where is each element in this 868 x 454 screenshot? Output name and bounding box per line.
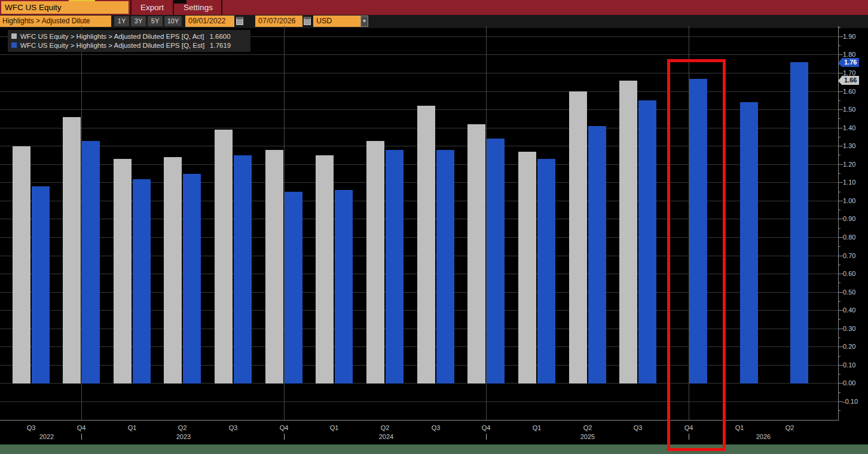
y-axis-label: 1.30 bbox=[843, 142, 868, 149]
y-axis-tick bbox=[838, 292, 843, 293]
y-axis-tick bbox=[838, 310, 843, 311]
status-bar bbox=[0, 444, 868, 454]
x-axis-quarter-label: Q2 bbox=[777, 424, 803, 431]
bar-estimate-q2-2024 bbox=[386, 150, 404, 384]
x-axis-year-label: 2022 bbox=[29, 433, 65, 440]
bar-estimate-q4-2023 bbox=[285, 192, 302, 384]
terminal-window: WFC US Equity Export Settings Highlights… bbox=[0, 0, 868, 454]
y-axis-minor-tick bbox=[838, 45, 841, 46]
bar-actual-q2-2025 bbox=[569, 91, 587, 384]
y-axis-tick bbox=[838, 237, 843, 238]
badge-value: 1.76 bbox=[842, 58, 859, 67]
bar-actual-q1-2024 bbox=[316, 155, 334, 384]
y-axis-label: 1.00 bbox=[843, 197, 868, 204]
y-axis-tick bbox=[838, 201, 843, 201]
y-axis-tick bbox=[838, 109, 843, 110]
x-axis-quarter-label: Q1 bbox=[119, 424, 145, 431]
bar-actual-q4-2022 bbox=[63, 117, 81, 384]
bar-actual-q4-2024 bbox=[467, 124, 485, 384]
legend-item-estimate: WFC US Equity > Highlights > Adjusted Di… bbox=[11, 41, 247, 50]
y-axis-tick bbox=[838, 164, 843, 165]
y-axis-label: 0.90 bbox=[843, 215, 868, 222]
bar-actual-q3-2023 bbox=[215, 130, 233, 384]
y-axis-minor-tick bbox=[838, 192, 841, 192]
x-axis-quarter-label: Q1 bbox=[321, 424, 347, 431]
bar-estimate-q3-2022 bbox=[32, 186, 50, 384]
bar-estimate-q4-2022 bbox=[82, 141, 100, 384]
x-axis-quarter-label: Q3 bbox=[423, 424, 449, 431]
y-axis-label: 1.80 bbox=[843, 51, 868, 58]
bar-estimate-q2-2026 bbox=[790, 62, 808, 384]
y-axis-label: 0.70 bbox=[843, 252, 868, 259]
legend-label: WFC US Equity > Highlights > Adjusted Di… bbox=[20, 42, 204, 49]
axis-value-badge: 1.76 bbox=[838, 58, 859, 67]
bar-actual-q3-2025 bbox=[619, 81, 637, 384]
bar-actual-q4-2023 bbox=[265, 150, 283, 384]
gridline-horizontal bbox=[0, 54, 838, 55]
y-axis-label: 0.50 bbox=[843, 289, 868, 296]
y-axis-label: 0.20 bbox=[843, 343, 868, 350]
bar-actual-q1-2025 bbox=[518, 152, 536, 384]
y-axis-tick bbox=[838, 365, 843, 366]
y-axis-label: 0.00 bbox=[843, 379, 868, 386]
x-axis-quarter-label: Q2 bbox=[372, 424, 398, 431]
y-axis-minor-tick bbox=[838, 246, 841, 247]
bar-estimate-q1-2023 bbox=[133, 179, 151, 384]
y-axis-label: 0.40 bbox=[843, 306, 868, 314]
y-axis-label: 1.40 bbox=[843, 124, 868, 131]
y-axis-label: 0.80 bbox=[843, 234, 868, 241]
y-axis-minor-tick bbox=[838, 283, 841, 283]
legend-value: 1.6600 bbox=[209, 33, 230, 40]
bar-estimate-q4-2024 bbox=[487, 139, 505, 383]
y-axis-tick bbox=[838, 128, 843, 128]
x-axis-quarter-label: Q3 bbox=[18, 424, 44, 431]
x-axis-year-label: 2023 bbox=[166, 433, 201, 440]
y-axis-label: -0.10 bbox=[843, 398, 868, 405]
y-axis-minor-tick bbox=[838, 319, 841, 320]
y-axis-tick bbox=[838, 219, 843, 219]
y-axis-tick bbox=[838, 383, 843, 384]
x-axis-year-label: 2024 bbox=[368, 433, 404, 440]
x-axis-quarter-label: Q2 bbox=[574, 424, 601, 431]
y-axis-tick bbox=[838, 256, 843, 256]
x-axis-quarter-label: Q2 bbox=[169, 424, 195, 431]
bar-estimate-q2-2025 bbox=[588, 126, 606, 384]
y-axis-line bbox=[838, 26, 839, 421]
y-axis-minor-tick bbox=[838, 265, 841, 265]
y-axis-tick bbox=[838, 346, 843, 347]
y-axis-tick bbox=[838, 274, 843, 274]
y-axis-minor-tick bbox=[838, 210, 841, 210]
bar-actual-q3-2024 bbox=[417, 106, 435, 383]
chart-legend: WFC US Equity > Highlights > Adjusted Di… bbox=[8, 30, 250, 52]
legend-item-actual: WFC US Equity > Highlights > Adjusted Di… bbox=[11, 32, 247, 41]
bar-actual-q2-2024 bbox=[366, 141, 384, 384]
eps-bar-chart: WFC US Equity > Highlights > Adjusted Di… bbox=[0, 0, 868, 454]
y-axis-minor-tick bbox=[838, 173, 841, 174]
y-axis-tick bbox=[838, 36, 843, 37]
bar-estimate-q1-2026 bbox=[740, 102, 758, 384]
y-axis-tick bbox=[838, 182, 843, 183]
x-axis-year-divider-tick bbox=[284, 434, 285, 440]
x-axis-quarter-label: Q1 bbox=[524, 424, 550, 431]
y-axis-label: 0.10 bbox=[843, 361, 868, 369]
bar-estimate-q2-2023 bbox=[183, 174, 201, 384]
y-axis-tick bbox=[838, 54, 843, 55]
estimate-series-swatch-icon bbox=[11, 42, 17, 48]
y-axis-label: 1.50 bbox=[843, 106, 868, 113]
y-axis-minor-tick bbox=[838, 118, 841, 119]
x-axis-quarter-label: Q1 bbox=[726, 424, 753, 431]
y-axis-minor-tick bbox=[838, 228, 841, 229]
y-axis-minor-tick bbox=[838, 155, 841, 155]
bar-actual-q3-2022 bbox=[13, 146, 30, 384]
bar-estimate-q1-2024 bbox=[335, 190, 353, 384]
legend-label: WFC US Equity > Highlights > Adjusted Di… bbox=[20, 33, 204, 40]
y-axis-label: 1.10 bbox=[843, 179, 868, 186]
x-axis-quarter-label: Q4 bbox=[271, 424, 297, 431]
x-axis-year-divider-tick bbox=[486, 434, 487, 440]
y-axis-label: 1.90 bbox=[843, 33, 868, 40]
x-axis-year-label: 2026 bbox=[745, 433, 781, 440]
axis-value-badge: 1.66 bbox=[838, 76, 859, 85]
bar-actual-q2-2023 bbox=[164, 157, 182, 384]
y-axis-minor-tick bbox=[838, 100, 841, 101]
x-axis-year-divider-tick bbox=[81, 434, 82, 440]
